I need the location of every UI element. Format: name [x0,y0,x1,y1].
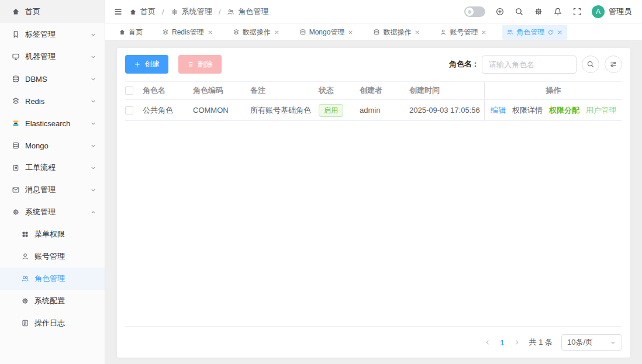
search-icon[interactable] [515,7,524,16]
page-size-select[interactable]: 10条/页 [561,334,622,351]
tab-label: 账号管理 [450,27,478,37]
column-header: 角色编码 [193,82,250,99]
close-icon[interactable] [274,29,280,36]
breadcrumb-separator: / [162,8,164,16]
select-all-checkbox[interactable] [125,86,133,95]
close-icon[interactable] [207,29,213,36]
tab-mongo-mgmt[interactable]: Mongo管理 [295,25,358,40]
column-header: 创建时间 [409,82,484,99]
tab-label: 数据操作 [243,27,271,37]
create-button[interactable]: 创建 [125,55,168,74]
row-checkbox[interactable] [125,106,133,115]
main-area: 首页 / 系统管理 / 角色管理 [105,0,642,364]
tab-label: 角色管理 [516,27,544,37]
sliders-icon [609,60,617,68]
sidebar-item-system[interactable]: 系统管理 [0,201,105,223]
user-menu[interactable]: A 管理员 [592,5,631,18]
breadcrumb-home[interactable]: 首页 [129,6,156,17]
header-actions: A 管理员 [464,5,631,18]
trash-icon [187,61,194,68]
content-area: 创建 删除 角色名 : [105,41,642,364]
breadcrumb-system[interactable]: 系统管理 [171,6,212,17]
refresh-icon[interactable] [547,29,554,36]
sidebar-item-machines[interactable]: 机器管理 [0,46,105,68]
sidebar-item-messages[interactable]: 消息管理 [0,179,105,201]
sidebar-item-home[interactable]: 首页 [0,0,105,23]
plus-icon [134,61,141,68]
status-cell: 启用 [319,100,360,120]
tab-label: 首页 [129,27,143,37]
delete-button[interactable]: 删除 [178,55,222,74]
user-management-link[interactable]: 用户管理 [586,105,616,116]
status-badge: 启用 [319,104,343,117]
close-icon[interactable] [481,29,487,36]
table-empty-space [125,121,622,326]
operations: 编辑 权限详情 权限分配 用户管理 [485,105,622,116]
database-icon [299,29,306,36]
close-icon[interactable] [347,29,354,36]
role-name-input[interactable] [482,56,577,74]
edit-link[interactable]: 编辑 [491,105,506,116]
sidebar-item-label: 账号管理 [34,251,96,262]
breadcrumb-separator: / [219,8,221,16]
tab-redis-mgmt[interactable]: Redis管理 [158,25,218,40]
fullscreen-icon[interactable] [572,7,582,16]
prev-page-button[interactable] [484,339,491,346]
sidebar-item-workflow[interactable]: 工单流程 [0,157,105,179]
chevron-down-icon [90,76,96,82]
sidebar-item-label: 首页 [25,6,96,17]
sidebar-item-tags[interactable]: 标签管理 [0,23,105,46]
sidebar-item-dbms[interactable]: DBMS [0,68,105,90]
roles-table: 角色名 角色编码 备注 状态 创建者 创建时间 操作 公共角色 COMMON [125,81,622,327]
person-icon [21,252,29,261]
people-icon [506,29,513,36]
pagination: 1 共 1 条 10条/页 [125,327,622,351]
tab-roles[interactable]: 角色管理 [502,25,567,40]
chevron-down-icon [90,187,96,193]
permission-assign-link[interactable]: 权限分配 [549,105,579,116]
chevron-right-icon [513,339,520,346]
tab-home[interactable]: 首页 [115,25,147,40]
sun-icon [467,9,472,15]
close-icon[interactable] [557,29,563,36]
people-icon [227,8,234,16]
row-checkbox-cell [125,100,143,120]
sidebar-item-system-config[interactable]: 系统配置 [0,290,105,312]
tab-mongo-data[interactable]: 数据操作 [369,25,424,40]
table-header-row: 角色名 角色编码 备注 状态 创建者 创建时间 操作 [125,81,622,100]
people-icon [21,275,29,283]
topbar: 首页 / 系统管理 / 角色管理 [105,0,642,23]
bookmark-icon [12,30,20,39]
tab-redis-data[interactable]: 数据操作 [229,25,284,40]
sidebar-item-menu-permissions[interactable]: 菜单权限 [0,223,105,245]
theme-toggle[interactable] [464,6,485,17]
header-checkbox-cell [125,82,143,99]
home-icon [119,29,126,36]
search-button[interactable] [582,56,599,73]
home-icon [12,8,20,16]
monitor-icon [12,53,20,61]
sidebar-item-operation-logs[interactable]: 操作日志 [0,312,105,334]
settings-icon[interactable] [534,7,543,16]
sidebar-item-label: 消息管理 [25,185,90,195]
language-icon[interactable] [495,7,505,16]
filter-button[interactable] [605,56,622,73]
sidebar-item-accounts[interactable]: 账号管理 [0,245,105,268]
next-page-button[interactable] [513,339,520,346]
sidebar-item-label: Redis [25,97,90,106]
sidebar-item-label: Mongo [25,141,90,150]
notification-bell-icon[interactable] [553,7,562,16]
chevron-left-icon [484,339,491,346]
gear-icon [171,8,178,16]
hamburger-icon[interactable] [113,7,123,16]
sidebar-item-mongo[interactable]: Mongo [0,134,105,157]
tab-accounts[interactable]: 账号管理 [436,25,491,40]
permission-detail-link[interactable]: 权限详情 [512,105,543,116]
sidebar-item-elasticsearch[interactable]: Elasticsearch [0,112,105,134]
breadcrumb-label: 系统管理 [182,6,212,17]
sidebar-item-redis[interactable]: Redis [0,90,105,112]
page-number[interactable]: 1 [500,338,504,347]
sidebar-item-roles[interactable]: 角色管理 [0,268,105,290]
create-button-label: 创建 [144,59,160,70]
close-icon[interactable] [414,29,420,36]
